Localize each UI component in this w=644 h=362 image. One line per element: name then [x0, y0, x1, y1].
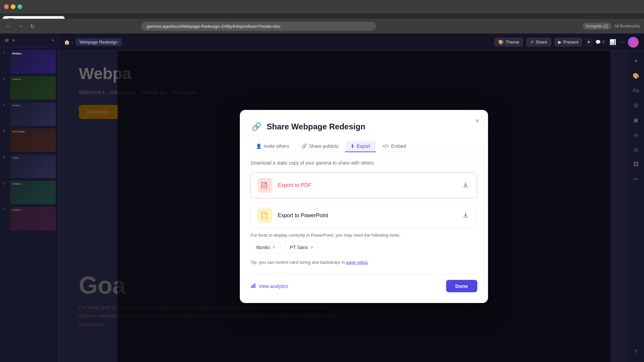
right-sidebar-img-btn[interactable]: 🖼	[630, 158, 642, 170]
slide-thumbnail-6: Timeline...	[10, 181, 56, 204]
slide-thumbnail-4: New Design...	[10, 128, 56, 152]
export-ppt-download-btn[interactable]	[461, 210, 470, 221]
slide-number-6: 6	[3, 181, 7, 204]
page-setup-link[interactable]: page setup	[346, 260, 368, 265]
slide-thumbnail-7: Contact...	[10, 207, 56, 230]
user-avatar[interactable]	[628, 37, 639, 48]
slide-item-4[interactable]: 4 New Design...	[3, 128, 56, 152]
header-right: 🎨 Theme ↗ Share ▶ Present ▾ 💬 0 📊 ···	[494, 37, 639, 48]
tab-embed[interactable]: </> Embed	[377, 141, 412, 152]
right-sidebar-help-btn[interactable]: ?	[630, 346, 642, 358]
nav-forward-btn[interactable]: →	[16, 22, 25, 31]
right-sidebar-share-btn[interactable]: ⇄	[630, 129, 642, 141]
comment-icon: 💬	[595, 40, 601, 45]
pdf-icon: PDF	[258, 178, 272, 193]
nav-back-btn[interactable]: ←	[4, 22, 13, 31]
slide-number-7: 7	[3, 207, 7, 230]
discover-button[interactable]: Discove...	[79, 105, 118, 119]
view-analytics-label: View analytics	[259, 284, 288, 289]
window-min-btn[interactable]	[11, 4, 15, 9]
sidebar-grid-icon[interactable]: ⊞	[4, 37, 9, 44]
svg-text:PPT: PPT	[262, 216, 265, 218]
analytics-icon-btn[interactable]: 📊	[607, 38, 618, 47]
right-sidebar-table-btn[interactable]: ⊟	[630, 143, 642, 156]
tab-share-label: Share publicly	[309, 143, 338, 149]
tab-invite-others[interactable]: 👤 Invite others	[251, 141, 294, 152]
sidebar-header-icons: ⊞ ≡	[4, 37, 15, 44]
breadcrumb-home-icon[interactable]: 🏠	[64, 40, 70, 45]
window-controls	[4, 4, 22, 9]
theme-button[interactable]: 🎨 Theme	[494, 38, 523, 47]
breadcrumb-current[interactable]: Webpage Redesign	[75, 38, 122, 46]
modal-overlay: × 🔗 Share Webpage Redesign 👤 Invite othe…	[117, 51, 610, 362]
right-sidebar-paint-btn[interactable]: 🎨	[630, 70, 642, 82]
present-button[interactable]: ▶ Present	[554, 38, 583, 47]
tip-text-end: .	[368, 260, 369, 265]
export-pdf-option[interactable]: PDF Export to PDF	[251, 172, 477, 198]
tab-export-icon: ⬆	[351, 143, 355, 149]
sidebar-header: ⊞ ≡ ×	[0, 34, 58, 47]
tip-text-start: Tip: you can control card sizing and bac…	[251, 260, 346, 265]
tab-embed-icon: </>	[382, 143, 389, 149]
nav-reload-btn[interactable]: ↻	[28, 22, 37, 31]
font-ptsans-label: PT Sans	[290, 245, 308, 250]
font-nunito-link[interactable]: Nunito ↗	[251, 242, 281, 253]
share-label: Share	[536, 40, 547, 45]
slide-item-6[interactable]: 6 Timeline...	[3, 181, 56, 204]
font-note: For fonts to display correctly in PowerP…	[251, 233, 477, 238]
present-label: Present	[564, 40, 579, 45]
nav-right: Incognito (2) All Bookmarks	[583, 23, 640, 29]
done-button[interactable]: Done	[446, 280, 478, 292]
breadcrumb: 🏠 › Webpage Redesign	[64, 38, 122, 46]
app-header: 🏠 › Webpage Redesign 🎨 Theme ↗ Share ▶ P…	[59, 34, 644, 51]
svg-rect-4	[253, 285, 254, 288]
right-sidebar-layout-btn[interactable]: ▣	[630, 114, 642, 126]
slide-thumbnail-3: Current...	[10, 102, 56, 126]
view-analytics-btn[interactable]: View analytics	[251, 283, 288, 289]
modal-close-btn[interactable]: ×	[472, 115, 483, 126]
svg-rect-5	[254, 284, 255, 288]
right-sidebar-edit-btn[interactable]: ✏	[630, 173, 642, 185]
slide-item-5[interactable]: 5 Target...	[3, 155, 56, 178]
svg-rect-3	[251, 286, 252, 288]
export-pdf-download-btn[interactable]	[461, 180, 470, 191]
right-sidebar-text-btn[interactable]: Aa	[630, 84, 642, 97]
address-bar[interactable]	[141, 22, 376, 31]
slide-number-2: 2	[3, 76, 7, 100]
modal-title: Share Webpage Redesign	[267, 122, 365, 131]
export-ppt-option[interactable]: PPT Export to PowerPoint	[251, 202, 477, 229]
tab-share-icon: 🔗	[301, 143, 307, 149]
tab-export[interactable]: ⬆ Export	[345, 141, 375, 152]
comment-button[interactable]: 💬 0	[595, 40, 604, 45]
font-nunito-label: Nunito	[256, 245, 270, 250]
slide-number-3: 3	[3, 102, 7, 126]
modal-tabs: 👤 Invite others 🔗 Share publicly ⬆ Expor…	[251, 141, 477, 152]
tab-share-publicly[interactable]: 🔗 Share publicly	[296, 141, 344, 152]
window-max-btn[interactable]	[17, 4, 22, 9]
slide-thumbnail-5: Target...	[10, 155, 56, 178]
share-button[interactable]: ↗ Share	[526, 38, 551, 47]
export-pdf-label: Export to PDF	[278, 182, 455, 188]
more-options-btn[interactable]: ···	[621, 39, 625, 45]
slide-item-3[interactable]: 3 Current...	[3, 102, 56, 126]
slide-item-1[interactable]: 1 Webpa...	[3, 50, 56, 73]
sidebar-close-btn[interactable]: ×	[52, 38, 54, 43]
window-close-btn[interactable]	[4, 4, 9, 9]
sidebar-slides: 1 Webpa... 2 Goals of... 3 Current... 4	[0, 47, 58, 362]
right-sidebar-grid-btn[interactable]: ⊞	[630, 99, 642, 111]
slide-number-5: 5	[3, 155, 7, 178]
modal-footer: View analytics Done	[251, 274, 477, 292]
share-icon: ↗	[530, 40, 534, 45]
right-sidebar-ai-btn[interactable]: ✦	[630, 55, 642, 67]
sidebar-list-icon[interactable]: ≡	[11, 37, 15, 44]
tab-invite-icon: 👤	[256, 143, 262, 149]
slide-item-7[interactable]: 7 Contact...	[3, 207, 56, 230]
modal-link-icon: 🔗	[251, 121, 263, 133]
font-ptsans-link[interactable]: PT Sans ↗	[284, 242, 319, 253]
slide-item-2[interactable]: 2 Goals of...	[3, 76, 56, 100]
main-content: Webpa Welcome t... completely... provide…	[59, 51, 627, 362]
present-icon: ▶	[558, 40, 561, 45]
present-chevron-btn[interactable]: ▾	[585, 38, 593, 47]
slide-thumbnail-1: Webpa...	[10, 50, 56, 73]
tab-embed-label: Embed	[391, 143, 406, 149]
